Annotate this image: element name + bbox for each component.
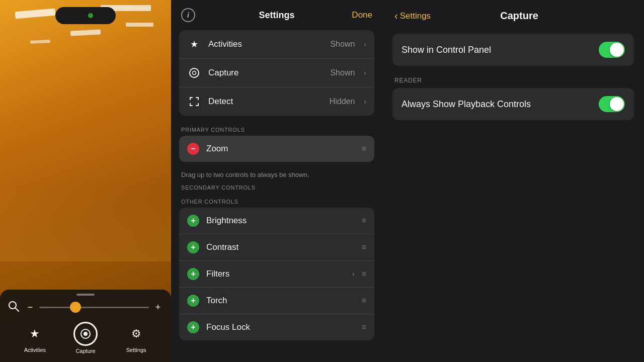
activities-label: Activities [208, 39, 323, 49]
zoom-remove-button[interactable]: − [187, 143, 199, 155]
tab-activities[interactable]: ★ Activities [24, 323, 46, 353]
other-controls-group: + Brightness ≡ + Contrast ≡ + Filters › … [179, 208, 374, 340]
filters-chevron-icon: › [352, 270, 355, 278]
activities-icon: ★ [187, 37, 201, 51]
primary-controls-group: − Zoom ≡ [179, 136, 374, 162]
detect-value: Hidden [330, 97, 355, 106]
filters-drag-handle[interactable]: ≡ [362, 269, 366, 279]
brightness-drag-handle[interactable]: ≡ [362, 216, 366, 225]
detect-label: Detect [208, 97, 323, 107]
settings-tab-label: Settings [126, 347, 146, 353]
svg-line-1 [16, 308, 19, 312]
other-controls-label: OTHER CONTROLS [179, 194, 374, 208]
show-in-control-panel-label: Show in Control Panel [401, 45, 599, 55]
show-in-control-panel-thumb [610, 43, 624, 57]
capture-header: ‹ Settings Capture [382, 0, 644, 30]
show-in-control-panel-toggle[interactable] [599, 42, 625, 58]
activities-tab-icon: ★ [24, 323, 46, 345]
focuslock-drag-handle[interactable]: ≡ [362, 323, 366, 332]
back-button[interactable]: ‹ Settings [394, 10, 431, 22]
list-item-capture[interactable]: Capture Shown › [179, 59, 374, 87]
swipe-handle[interactable] [76, 294, 95, 296]
capture-chevron-icon: › [364, 69, 366, 77]
ceiling-light-4 [126, 23, 153, 27]
capture-icon [187, 66, 201, 80]
list-item-activities[interactable]: ★ Activities Shown › [179, 30, 374, 59]
info-icon: i [187, 11, 189, 19]
back-chevron-icon: ‹ [394, 10, 398, 22]
capture-settings-content: Show in Control Panel READER Always Show… [382, 30, 644, 362]
filters-add-button[interactable]: + [187, 268, 199, 280]
capture-label: Capture [208, 68, 323, 78]
svg-point-4 [190, 68, 199, 77]
activities-value: Shown [330, 40, 355, 49]
primary-controls-label: PRIMARY CONTROLS [179, 122, 374, 136]
detect-chevron-icon: › [364, 98, 366, 106]
always-show-playback-label: Always Show Playback Controls [401, 99, 599, 110]
capture-tab-icon [73, 322, 98, 346]
zoom-drag-handle[interactable]: ≡ [362, 144, 366, 153]
contrast-label: Contrast [206, 242, 355, 252]
tab-bar: ★ Activities Capture ⚙ Settings [0, 320, 171, 362]
settings-panel: i Settings Done ★ Activities Shown › [171, 0, 382, 362]
torch-label: Torch [206, 296, 355, 306]
info-button[interactable]: i [181, 8, 195, 22]
zoom-minus-button[interactable]: − [25, 302, 35, 313]
brightness-add-button[interactable]: + [187, 215, 199, 227]
zoom-track[interactable] [39, 307, 149, 308]
main-items-group: ★ Activities Shown › Capture Shown › [179, 30, 374, 116]
contrast-add-button[interactable]: + [187, 241, 199, 253]
camera-panel: − + ★ Activities Capture [0, 0, 171, 362]
zoom-thumb[interactable] [70, 302, 81, 313]
zoom-icon [8, 301, 21, 314]
capture-value: Shown [330, 68, 355, 77]
zoom-label: Zoom [206, 144, 355, 154]
detect-icon [187, 95, 201, 109]
reader-section-label: READER [392, 71, 634, 88]
always-show-playback-toggle[interactable] [599, 96, 625, 112]
svg-point-5 [193, 71, 196, 75]
activities-tab-label: Activities [24, 347, 46, 353]
bottom-controls-overlay: − + ★ Activities Capture [0, 290, 171, 362]
settings-title: Settings [259, 10, 294, 21]
drag-hint: Drag up to two controls to always be sho… [179, 168, 374, 179]
tab-capture[interactable]: Capture [73, 322, 98, 354]
list-item-focuslock[interactable]: + Focus Lock ≡ [179, 314, 374, 340]
list-item-torch[interactable]: + Torch ≡ [179, 288, 374, 314]
list-item-brightness[interactable]: + Brightness ≡ [179, 208, 374, 234]
zoom-bar: − + [0, 301, 171, 314]
settings-tab-icon: ⚙ [125, 323, 147, 345]
torch-add-button[interactable]: + [187, 295, 199, 307]
back-label: Settings [400, 11, 431, 21]
list-item-contrast[interactable]: + Contrast ≡ [179, 234, 374, 261]
always-show-playback-thumb [610, 97, 624, 111]
dynamic-island-indicator [88, 13, 93, 18]
activities-chevron-icon: › [364, 40, 366, 48]
focuslock-add-button[interactable]: + [187, 321, 199, 333]
brightness-label: Brightness [206, 216, 355, 226]
dynamic-island [55, 7, 116, 24]
list-item-filters[interactable]: + Filters › ≡ [179, 261, 374, 288]
filters-label: Filters [206, 269, 345, 279]
secondary-controls-label: SECONDARY CONTROLS [179, 179, 374, 194]
capture-page-title: Capture [437, 10, 602, 22]
list-item-zoom[interactable]: − Zoom ≡ [179, 136, 374, 162]
zoom-plus-button[interactable]: + [153, 302, 163, 313]
svg-point-3 [84, 332, 88, 336]
contrast-drag-handle[interactable]: ≡ [362, 243, 366, 252]
torch-drag-handle[interactable]: ≡ [362, 296, 366, 305]
settings-content: ★ Activities Shown › Capture Shown › [171, 30, 382, 362]
list-item-detect[interactable]: Detect Hidden › [179, 87, 374, 116]
settings-header: i Settings Done [171, 0, 382, 30]
floor-reflection [0, 186, 171, 261]
show-in-control-panel-row: Show in Control Panel [392, 34, 634, 66]
capture-tab-label: Capture [75, 348, 95, 354]
capture-detail-panel: ‹ Settings Capture Show in Control Panel… [382, 0, 644, 362]
focuslock-label: Focus Lock [206, 322, 355, 332]
tab-settings[interactable]: ⚙ Settings [125, 323, 147, 353]
always-show-playback-row: Always Show Playback Controls [392, 88, 634, 120]
done-button[interactable]: Done [352, 10, 372, 20]
